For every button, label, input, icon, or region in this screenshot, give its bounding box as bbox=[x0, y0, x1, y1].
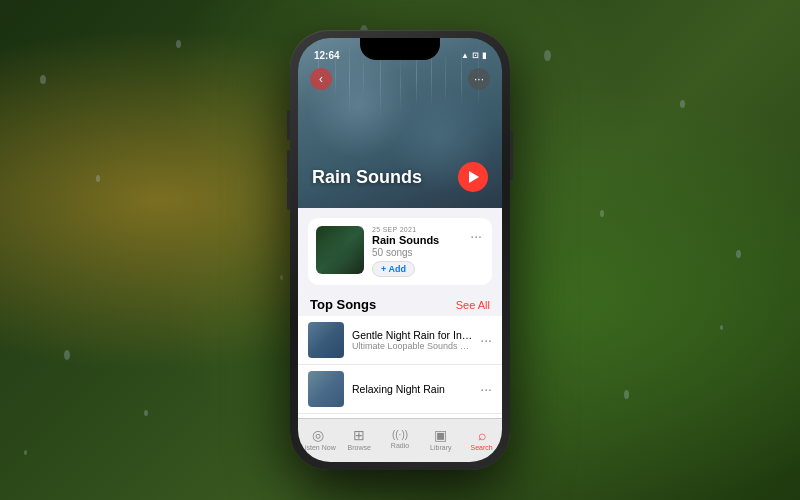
tab-search[interactable]: ⌕ Search bbox=[461, 419, 502, 462]
listen-now-icon: ◎ bbox=[312, 428, 324, 442]
see-all-button[interactable]: See All bbox=[456, 299, 490, 311]
tab-listen-now[interactable]: ◎ Listen Now bbox=[298, 419, 339, 462]
search-icon: ⌕ bbox=[478, 428, 486, 442]
top-songs-label: Top Songs bbox=[310, 297, 376, 312]
library-icon: ▣ bbox=[434, 428, 447, 442]
tab-library[interactable]: ▣ Library bbox=[420, 419, 461, 462]
song-thumbnail-2 bbox=[308, 371, 344, 407]
song-info-2: Relaxing Night Rain bbox=[352, 383, 472, 395]
song-row-2[interactable]: Relaxing Night Rain ··· bbox=[298, 365, 502, 414]
song-info-1: Gentle Night Rain for Insom... Ultimate … bbox=[352, 329, 472, 351]
status-icons: ▲ ⊡ ▮ bbox=[461, 51, 486, 60]
tab-bar: ◎ Listen Now ⊞ Browse ((·)) Radio ▣ Libr… bbox=[298, 418, 502, 462]
listen-now-label: Listen Now bbox=[301, 444, 336, 451]
phone-mockup: 12:64 ▲ ⊡ ▮ bbox=[290, 30, 510, 470]
search-label: Search bbox=[470, 444, 492, 451]
phone-frame: 12:64 ▲ ⊡ ▮ bbox=[290, 30, 510, 470]
phone-notch bbox=[360, 38, 440, 60]
signal-icon: ▲ bbox=[461, 51, 469, 60]
song-row-1[interactable]: Gentle Night Rain for Insom... Ultimate … bbox=[298, 316, 502, 365]
phone-screen: 12:64 ▲ ⊡ ▮ bbox=[298, 38, 502, 462]
library-label: Library bbox=[430, 444, 451, 451]
radio-icon: ((·)) bbox=[392, 430, 408, 440]
song-more-2[interactable]: ··· bbox=[480, 381, 492, 397]
wifi-icon: ⊡ bbox=[472, 51, 479, 60]
song-thumbnail-1 bbox=[308, 322, 344, 358]
status-time: 12:64 bbox=[314, 50, 340, 61]
top-songs-header: Top Songs See All bbox=[298, 291, 502, 316]
add-label: + Add bbox=[381, 264, 406, 274]
album-date: 25 SEP 2021 bbox=[372, 226, 460, 233]
album-name: Rain Sounds bbox=[372, 234, 460, 246]
hero-navigation: ‹ ··· bbox=[298, 68, 502, 90]
hero-play-button[interactable] bbox=[458, 162, 488, 192]
album-thumbnail bbox=[316, 226, 364, 274]
browse-icon: ⊞ bbox=[353, 428, 365, 442]
more-button[interactable]: ··· bbox=[468, 68, 490, 90]
hero-title: Rain Sounds bbox=[312, 167, 422, 188]
back-button[interactable]: ‹ bbox=[310, 68, 332, 90]
song-title-2: Relaxing Night Rain bbox=[352, 383, 472, 395]
browse-label: Browse bbox=[348, 444, 371, 451]
album-songs-count: 50 songs bbox=[372, 247, 460, 258]
album-more-button[interactable]: ··· bbox=[468, 226, 484, 246]
battery-icon: ▮ bbox=[482, 51, 486, 60]
tab-radio[interactable]: ((·)) Radio bbox=[380, 419, 421, 462]
song-more-1[interactable]: ··· bbox=[480, 332, 492, 348]
album-card: 25 SEP 2021 Rain Sounds 50 songs + Add ·… bbox=[308, 218, 492, 285]
song-artist-1: Ultimate Loopable Sounds Collectio... bbox=[352, 341, 472, 351]
album-info: 25 SEP 2021 Rain Sounds 50 songs + Add bbox=[372, 226, 460, 277]
add-button[interactable]: + Add bbox=[372, 261, 415, 277]
song-title-1: Gentle Night Rain for Insom... bbox=[352, 329, 472, 341]
tab-browse[interactable]: ⊞ Browse bbox=[339, 419, 380, 462]
radio-label: Radio bbox=[391, 442, 409, 449]
main-content: 25 SEP 2021 Rain Sounds 50 songs + Add ·… bbox=[298, 208, 502, 418]
